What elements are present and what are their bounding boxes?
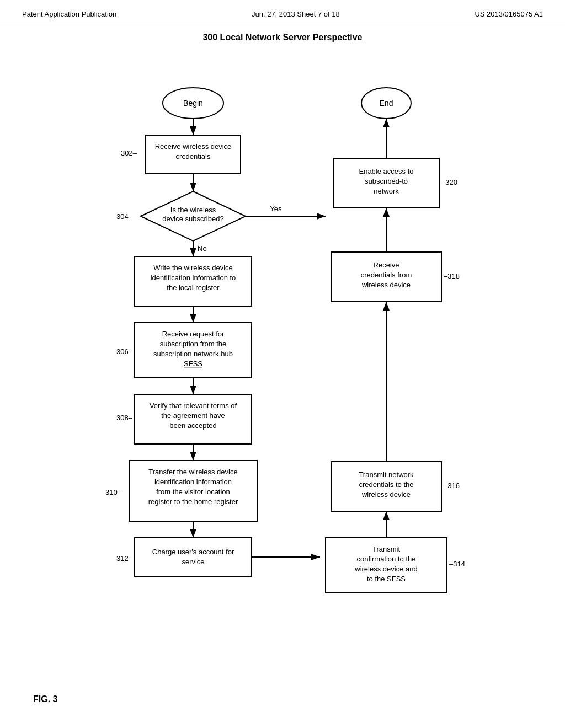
svg-text:306–: 306– <box>116 347 133 356</box>
title: 300 Local Network Server Perspective <box>0 33 565 42</box>
svg-text:Write the wireless device: Write the wireless device <box>153 264 233 272</box>
svg-text:from the visitor location: from the visitor location <box>156 488 230 496</box>
svg-text:312–: 312– <box>116 554 133 563</box>
svg-text:subscription network hub: subscription network hub <box>153 350 233 358</box>
svg-text:confirmation to the: confirmation to the <box>357 555 416 563</box>
svg-text:credentials to the: credentials to the <box>359 480 413 489</box>
svg-text:Transmit network: Transmit network <box>359 470 414 479</box>
svg-text:network: network <box>374 187 399 195</box>
svg-text:Receive request for: Receive request for <box>162 330 225 338</box>
svg-text:to the SFSS: to the SFSS <box>367 575 406 583</box>
fig-label: FIG. 3 <box>33 694 57 704</box>
svg-text:308–: 308– <box>116 414 133 422</box>
svg-text:End: End <box>380 99 393 108</box>
svg-text:SFSS: SFSS <box>184 360 202 368</box>
svg-text:Receive: Receive <box>374 261 399 269</box>
svg-text:Yes: Yes <box>270 205 282 213</box>
svg-text:identification information: identification information <box>154 478 232 486</box>
svg-text:–320: –320 <box>441 178 457 186</box>
svg-text:subscription from the: subscription from the <box>160 340 227 348</box>
svg-text:wireless device and: wireless device and <box>354 565 417 573</box>
header-left: Patent Application Publication <box>22 10 116 18</box>
svg-text:the agreement have: the agreement have <box>161 411 225 420</box>
svg-text:wireless device: wireless device <box>361 490 411 499</box>
svg-text:–316: –316 <box>444 481 460 490</box>
svg-text:been    accepted: been accepted <box>169 421 216 430</box>
svg-text:Verify that relevant terms of: Verify that relevant terms of <box>150 402 237 410</box>
svg-text:310–: 310– <box>105 488 122 496</box>
svg-text:credentials from: credentials from <box>361 271 412 279</box>
svg-text:302–: 302– <box>121 149 137 157</box>
svg-text:register to the home register: register to the home register <box>148 497 238 506</box>
svg-text:–318: –318 <box>444 272 460 280</box>
svg-text:Charge user's account for: Charge user's account for <box>152 548 234 556</box>
header-center: Jun. 27, 2013 Sheet 7 of 18 <box>252 10 340 18</box>
svg-rect-42 <box>135 538 252 576</box>
diagram-container: Begin Receive wireless device credential… <box>0 48 565 721</box>
svg-text:Receive wireless device: Receive wireless device <box>155 142 232 151</box>
svg-text:credentials: credentials <box>176 152 211 160</box>
svg-text:the local register: the local register <box>167 283 220 292</box>
svg-text:wireless device: wireless device <box>361 281 411 289</box>
svg-text:service: service <box>182 558 204 566</box>
svg-text:304–: 304– <box>116 212 133 221</box>
svg-text:Transfer the wireless device: Transfer the wireless device <box>148 468 237 476</box>
svg-text:identification information to: identification information to <box>151 274 236 282</box>
svg-text:Begin: Begin <box>183 99 203 108</box>
svg-text:Is the wireless: Is the wireless <box>170 206 216 214</box>
svg-text:subscribed-to: subscribed-to <box>365 177 408 185</box>
svg-text:Enable access to: Enable access to <box>359 167 413 175</box>
svg-text:Transmit: Transmit <box>372 545 400 553</box>
svg-text:No: No <box>198 244 207 253</box>
svg-text:device subscribed?: device subscribed? <box>162 215 223 223</box>
header: Patent Application Publication Jun. 27, … <box>0 0 565 24</box>
svg-text:–314: –314 <box>449 560 465 568</box>
header-right: US 2013/0165075 A1 <box>475 10 543 18</box>
